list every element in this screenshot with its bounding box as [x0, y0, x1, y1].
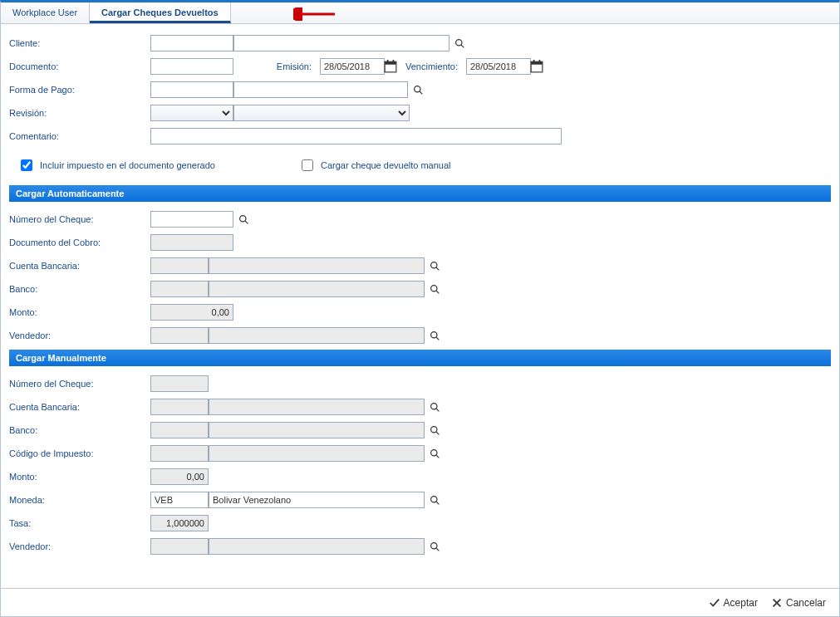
manual-vendedor-name-input: [209, 538, 425, 555]
auto-cuenta-name-input: [209, 257, 425, 274]
svg-point-19: [430, 331, 436, 337]
manual-monto-label: Monto:: [9, 472, 150, 482]
svg-point-1: [455, 39, 461, 45]
manual-banco-name-input: [209, 422, 425, 438]
app-window: Workplace User Cargar Cheques Devueltos …: [0, 0, 840, 617]
formapago-code-input[interactable]: [150, 81, 233, 98]
manual-cuenta-code-input: [150, 399, 209, 415]
lookup-icon[interactable]: [428, 493, 441, 507]
manual-codimp-code-input: [150, 445, 209, 462]
documento-input[interactable]: [150, 58, 233, 75]
comentario-label: Comentario:: [9, 131, 150, 141]
auto-doccobro-input: [150, 234, 233, 251]
svg-point-27: [430, 496, 436, 502]
lookup-icon[interactable]: [428, 259, 441, 272]
checkbox-cargar-manual[interactable]: Cargar cheque devuelto manual: [298, 157, 451, 174]
manual-moneda-label: Moneda:: [9, 495, 150, 505]
cliente-code-input[interactable]: [150, 35, 233, 51]
svg-rect-8: [531, 61, 543, 64]
svg-line-26: [436, 455, 439, 458]
comentario-input[interactable]: [150, 128, 562, 144]
auto-numcheque-label: Número del Cheque:: [9, 214, 150, 224]
auto-banco-name-input: [209, 281, 425, 297]
auto-banco-code-input: [150, 281, 209, 297]
manual-vendedor-code-input: [150, 538, 209, 555]
lookup-icon[interactable]: [428, 424, 441, 437]
vencimiento-label: Vencimiento:: [397, 61, 466, 71]
check-icon: [709, 597, 720, 609]
auto-numcheque-input[interactable]: [150, 211, 233, 228]
auto-banco-label: Banco:: [9, 284, 150, 294]
section-manual-header: Cargar Manualmente: [9, 350, 831, 366]
svg-line-28: [436, 502, 439, 504]
revision-select-1[interactable]: [150, 105, 233, 121]
checkbox-cargar-manual-input[interactable]: [302, 159, 313, 171]
svg-line-16: [436, 267, 439, 270]
svg-point-17: [430, 285, 436, 291]
emision-label: Emisión:: [233, 61, 320, 71]
svg-line-18: [436, 291, 439, 293]
svg-line-14: [245, 221, 248, 223]
svg-line-24: [436, 432, 439, 434]
checkbox-incluir-impuesto-input[interactable]: [21, 159, 32, 171]
calendar-icon[interactable]: [384, 60, 397, 73]
svg-point-29: [430, 542, 436, 548]
documento-label: Documento:: [9, 61, 150, 71]
manual-tasa-input: [150, 515, 209, 531]
formapago-name-input[interactable]: [233, 81, 408, 98]
manual-tasa-label: Tasa:: [9, 518, 150, 528]
checkbox-incluir-impuesto-label: Incluir impuesto en el documento generad…: [40, 160, 215, 170]
svg-line-2: [461, 45, 464, 47]
checkbox-incluir-impuesto[interactable]: Incluir impuesto en el documento generad…: [17, 157, 215, 174]
lookup-icon[interactable]: [237, 213, 250, 226]
close-icon: [771, 597, 783, 609]
auto-monto-input: [150, 304, 233, 321]
lookup-icon[interactable]: [453, 37, 466, 50]
svg-line-20: [436, 337, 439, 340]
revision-select-2[interactable]: [233, 105, 410, 121]
aceptar-button-label: Aceptar: [724, 597, 758, 609]
lookup-icon[interactable]: [428, 400, 441, 414]
lookup-icon[interactable]: [428, 540, 441, 553]
manual-cuenta-label: Cuenta Bancaria:: [9, 402, 150, 412]
emision-date-input[interactable]: [320, 58, 385, 75]
manual-numcheque-input: [150, 375, 209, 392]
auto-cuenta-code-input: [150, 257, 209, 274]
tab-cargar-cheques-devueltos[interactable]: Cargar Cheques Devueltos: [90, 2, 231, 23]
tab-bar: Workplace User Cargar Cheques Devueltos: [1, 2, 839, 24]
manual-monto-input: [150, 468, 209, 485]
manual-codimp-name-input: [209, 445, 425, 462]
cancelar-button[interactable]: Cancelar: [764, 594, 833, 612]
svg-point-13: [239, 215, 245, 221]
manual-moneda-code-input[interactable]: [150, 492, 209, 508]
section-auto-header: Cargar Automaticamente: [9, 185, 831, 202]
cancelar-button-label: Cancelar: [786, 597, 826, 609]
auto-vendedor-code-input: [150, 327, 209, 344]
formapago-label: Forma de Pago:: [9, 85, 150, 95]
auto-doccobro-label: Documento del Cobro:: [9, 237, 150, 247]
revision-label: Revisión:: [9, 108, 150, 118]
svg-line-22: [436, 409, 439, 411]
manual-banco-label: Banco:: [9, 425, 150, 435]
aceptar-button[interactable]: Aceptar: [702, 594, 764, 612]
svg-line-12: [420, 91, 422, 94]
svg-point-11: [414, 86, 420, 91]
svg-point-23: [430, 426, 436, 432]
calendar-icon[interactable]: [530, 60, 543, 73]
manual-cuenta-name-input: [209, 399, 425, 415]
checkbox-cargar-manual-label: Cargar cheque devuelto manual: [321, 160, 451, 170]
cliente-name-input[interactable]: [233, 35, 449, 51]
lookup-icon[interactable]: [428, 282, 441, 296]
manual-moneda-name-input[interactable]: [209, 492, 425, 508]
lookup-icon[interactable]: [428, 447, 441, 460]
vencimiento-date-input[interactable]: [466, 58, 531, 75]
lookup-icon[interactable]: [411, 83, 425, 96]
svg-point-25: [430, 449, 436, 455]
auto-monto-label: Monto:: [9, 307, 150, 317]
svg-line-30: [436, 548, 439, 551]
lookup-icon[interactable]: [428, 329, 441, 342]
form-body: Cliente: Documento: Emisión: Vencimiento…: [1, 24, 839, 569]
svg-rect-4: [385, 61, 396, 64]
auto-vendedor-name-input: [209, 327, 425, 344]
tab-workplace-user[interactable]: Workplace User: [1, 2, 90, 23]
